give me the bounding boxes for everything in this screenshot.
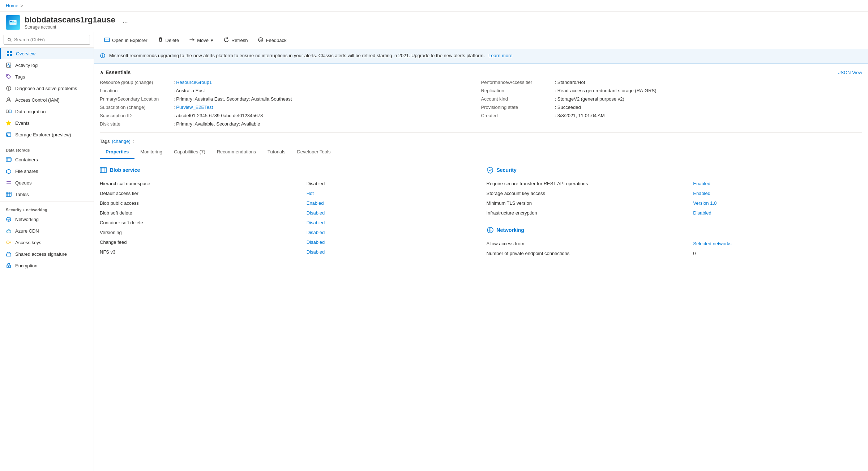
networking-section-icon (487, 226, 494, 234)
svg-rect-8 (10, 54, 12, 56)
table-row: Infrastructure encryptionDisabled (487, 208, 863, 218)
tab-monitoring[interactable]: Monitoring (134, 145, 168, 159)
essentials-title[interactable]: ∧ Essentials (100, 69, 131, 75)
search-input[interactable] (4, 35, 90, 44)
sidebar-item-activity-log[interactable]: Activity log (0, 59, 94, 71)
move-button[interactable]: Move ▾ (185, 35, 218, 46)
svg-rect-5 (7, 51, 9, 53)
svg-rect-3 (10, 22, 16, 23)
prop-value-link[interactable]: Enabled (693, 191, 710, 196)
table-row: Require secure transfer for REST API ope… (487, 179, 863, 188)
sidebar-item-label: Shared access signature (15, 251, 67, 257)
change-rg-link[interactable]: (change) (134, 80, 153, 85)
prop-value-link[interactable]: Hot (307, 191, 314, 196)
sidebar-item-queues[interactable]: Queues (0, 177, 94, 188)
sas-icon (6, 251, 12, 257)
essentials-row-location: Location : Australia East (100, 88, 481, 93)
sidebar-item-sas[interactable]: Shared access signature (0, 248, 94, 260)
fileshares-icon (6, 168, 12, 174)
tab-tutorials[interactable]: Tutorials (262, 145, 291, 159)
svg-point-10 (7, 75, 8, 76)
prop-value-link[interactable]: Enabled (307, 200, 324, 206)
table-row: Blob soft deleteDisabled (100, 208, 476, 218)
essentials-row-created: Created : 3/8/2021, 11:01:04 AM (481, 113, 863, 118)
prop-value-link[interactable]: Disabled (307, 249, 325, 255)
tabs: Properties Monitoring Capabilities (7) R… (100, 145, 862, 159)
svg-rect-17 (6, 158, 11, 161)
prop-value-link[interactable]: Disabled (307, 239, 325, 245)
accesskeys-icon (6, 239, 12, 245)
prop-value-link[interactable]: Disabled (307, 210, 325, 216)
sidebar-item-storage-explorer[interactable]: Storage Explorer (preview) (0, 129, 94, 140)
sidebar-navigation: Overview Activity log Tags Diagnose and … (0, 48, 94, 471)
sidebar-item-encryption[interactable]: Encryption (0, 260, 94, 271)
content-area: Open in Explorer Delete Move ▾ Refresh (94, 32, 868, 471)
sidebar-item-diagnose[interactable]: Diagnose and solve problems (0, 82, 94, 94)
open-in-explorer-button[interactable]: Open in Explorer (100, 35, 152, 46)
sidebar: Overview Activity log Tags Diagnose and … (0, 32, 94, 471)
resource-type: Storage account (25, 25, 115, 30)
sidebar-item-overview[interactable]: Overview (0, 48, 94, 59)
queues-icon (6, 180, 12, 186)
sidebar-item-file-shares[interactable]: File shares (0, 165, 94, 177)
breadcrumb-separator: > (21, 3, 23, 8)
svg-point-28 (258, 38, 263, 42)
svg-rect-19 (7, 183, 11, 184)
table-row: Allow access fromSelected networks (487, 239, 863, 249)
change-sub-link[interactable]: (change) (127, 105, 145, 110)
sidebar-item-label: Queues (15, 180, 32, 186)
sidebar-item-events[interactable]: Events (0, 117, 94, 129)
sidebar-item-cdn[interactable]: Azure CDN (0, 225, 94, 237)
cdn-icon (6, 228, 12, 234)
svg-rect-6 (10, 51, 12, 53)
tab-properties[interactable]: Properties (100, 145, 134, 159)
prop-value-link[interactable]: Disabled (307, 220, 325, 225)
networking-icon (6, 216, 12, 222)
security-table: Require secure transfer for REST API ope… (487, 179, 863, 218)
table-row: Number of private endpoint connections0 (487, 249, 863, 258)
chevron-down-icon: ∧ (100, 69, 103, 75)
svg-point-22 (7, 230, 11, 233)
sidebar-item-networking[interactable]: Networking (0, 213, 94, 225)
table-row: Container soft deleteDisabled (100, 218, 476, 228)
security-title: Security (487, 166, 863, 174)
resource-group-link[interactable]: ResourceGroup1 (176, 80, 212, 85)
learn-more-link[interactable]: Learn more (488, 53, 512, 58)
sidebar-item-access-keys[interactable]: Access keys (0, 237, 94, 248)
json-view-link[interactable]: JSON View (838, 70, 862, 75)
prop-value-link[interactable]: Enabled (693, 181, 710, 186)
prop-value-link[interactable]: Disabled (307, 230, 325, 235)
info-icon (100, 53, 106, 60)
prop-value-link[interactable]: Version 1.0 (693, 200, 717, 206)
sidebar-item-label: Networking (15, 217, 39, 222)
sidebar-item-label: Azure CDN (15, 228, 39, 234)
essentials-row-rg: Resource group (change) : ResourceGroup1 (100, 80, 481, 85)
sidebar-item-tables[interactable]: Tables (0, 188, 94, 200)
essentials-row-replication: Replication : Read-access geo-redundant … (481, 88, 863, 93)
events-icon (6, 120, 12, 126)
move-dropdown-icon: ▾ (211, 38, 213, 43)
tab-recommendations[interactable]: Recommendations (211, 145, 262, 159)
table-row: VersioningDisabled (100, 228, 476, 237)
breadcrumb-home[interactable]: Home (6, 3, 18, 8)
change-tags-link[interactable]: (change) (112, 139, 130, 144)
subscription-link[interactable]: Purview_E2ETest (176, 105, 213, 110)
sidebar-item-iam[interactable]: Access Control (IAM) (0, 94, 94, 106)
more-options-button[interactable]: ··· (120, 17, 131, 28)
feedback-button[interactable]: Feedback (253, 35, 291, 46)
data-storage-section-title: Data storage (0, 144, 94, 154)
tab-developer-tools[interactable]: Developer Tools (291, 145, 336, 159)
storage-account-icon (6, 15, 20, 30)
delete-button[interactable]: Delete (153, 35, 184, 46)
refresh-button[interactable]: Refresh (219, 35, 252, 46)
prop-value-link[interactable]: Disabled (693, 210, 711, 216)
svg-rect-24 (7, 254, 11, 256)
sidebar-item-containers[interactable]: Containers (0, 154, 94, 165)
prop-value-link[interactable]: Selected networks (693, 241, 731, 246)
sidebar-item-tags[interactable]: Tags (0, 71, 94, 82)
tab-capabilities[interactable]: Capabilities (7) (168, 145, 211, 159)
security-networking-title: Security + networking (0, 203, 94, 213)
networking-title: Networking (487, 226, 863, 234)
sidebar-item-migration[interactable]: Data migration (0, 106, 94, 117)
svg-rect-2 (13, 21, 14, 22)
